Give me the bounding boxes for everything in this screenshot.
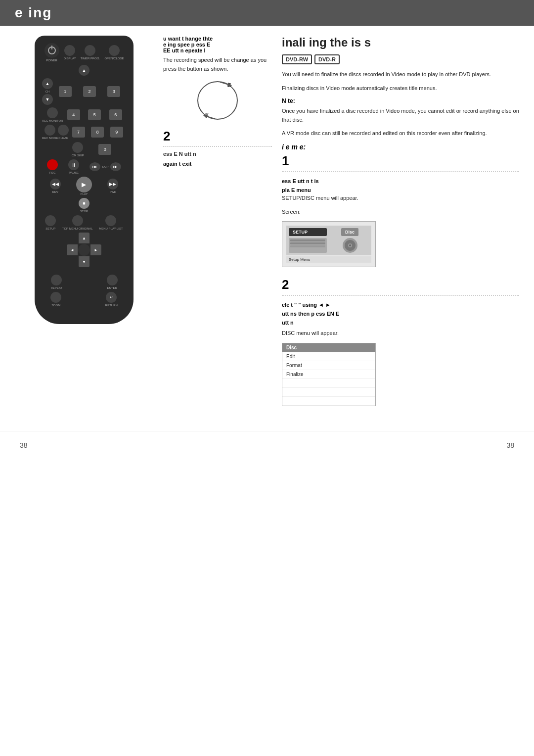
dpad-up[interactable]: ▲ bbox=[79, 233, 89, 243]
dpad-right[interactable]: ► bbox=[90, 244, 101, 255]
num-0-button[interactable]: 0 bbox=[98, 144, 111, 155]
disc-menu-blank1 bbox=[282, 379, 375, 388]
zoom-item: ZOOM bbox=[50, 292, 61, 307]
return-label: RETURN bbox=[105, 304, 118, 307]
stop-label: STOP bbox=[80, 210, 88, 213]
return-button[interactable]: ↩ bbox=[106, 292, 117, 303]
page-left: 38 bbox=[20, 441, 28, 449]
return-item: ↩ RETURN bbox=[105, 292, 118, 307]
repeat-button[interactable] bbox=[51, 275, 62, 285]
rec-row: REC ⏸ PAUSE ⏮ SKIP ⏭ bbox=[42, 159, 126, 174]
cm-skip-button[interactable] bbox=[72, 142, 83, 153]
step1-title: u want t hange thte bbox=[163, 36, 272, 42]
enter-button[interactable] bbox=[107, 275, 118, 285]
dvd-badges: DVD-RW DVD-R bbox=[282, 54, 519, 64]
svg-point-7 bbox=[349, 244, 351, 246]
disc-icon bbox=[343, 238, 357, 253]
step1-body: The recording speed will be change as yo… bbox=[163, 56, 272, 73]
note-body2: A VR mode disc can still be recorded and… bbox=[282, 129, 519, 138]
zoom-button[interactable] bbox=[50, 292, 61, 303]
cm-skip-row: CM SKIP 0 bbox=[42, 142, 126, 157]
pause-button[interactable]: ⏸ bbox=[68, 159, 79, 170]
num-7-button[interactable]: 7 bbox=[72, 127, 85, 138]
dpad-center[interactable] bbox=[78, 244, 90, 256]
middle-column: u want t hange thte e ing spee p ess E E… bbox=[163, 36, 272, 416]
fwd-button[interactable]: ▶▶ bbox=[107, 179, 118, 189]
num-4-button[interactable]: 4 bbox=[67, 109, 80, 120]
stop-row: ■ STOP bbox=[42, 198, 126, 213]
power-button[interactable] bbox=[44, 43, 59, 58]
power-label: POWER bbox=[46, 59, 57, 62]
note-label: N te: bbox=[282, 97, 519, 104]
num-row-3: REC MODE CLEAR 7 8 9 bbox=[42, 125, 126, 140]
ch-down-button[interactable]: ▼ bbox=[42, 94, 53, 105]
num-row-2: REC MONITOR 4 5 6 bbox=[42, 107, 126, 122]
up-arrow-row: ▲ bbox=[42, 65, 126, 76]
rec-item: REC bbox=[47, 159, 58, 174]
play-button[interactable]: ▶ bbox=[76, 177, 92, 192]
step2-title: ess E N utt n bbox=[163, 151, 196, 157]
menu-button[interactable] bbox=[105, 215, 116, 226]
rev-item: ◀◀ REV bbox=[50, 179, 61, 193]
ch-up-button[interactable]: ▲ bbox=[42, 78, 53, 89]
right-step1: 1 ess E utt n t is pla E menu SETUP/DISC… bbox=[282, 153, 519, 267]
menu-item: MENU PLAY LIST bbox=[99, 215, 123, 230]
menu-label: MENU PLAY LIST bbox=[99, 227, 123, 230]
num-3-button[interactable]: 3 bbox=[107, 86, 120, 97]
rev-button[interactable]: ◀◀ bbox=[50, 179, 61, 189]
timer-button[interactable] bbox=[85, 45, 95, 56]
rec-mode-button[interactable] bbox=[44, 125, 55, 136]
num-6-button[interactable]: 6 bbox=[109, 109, 122, 120]
step2-instruction: ess E N utt n bbox=[163, 151, 272, 157]
display-button[interactable] bbox=[64, 45, 75, 56]
disc-menu-format: Format bbox=[282, 361, 375, 370]
disc-menu-edit: Edit bbox=[282, 352, 375, 361]
top-menu-label: TOP MENU ORIGINAL bbox=[62, 227, 93, 230]
dpad-down[interactable]: ▼ bbox=[79, 256, 89, 267]
cm-skip-label: CM SKIP bbox=[72, 154, 84, 157]
setup-button[interactable] bbox=[45, 215, 56, 226]
setup-menu-mockup: SETUP Disc bbox=[282, 221, 376, 267]
dpad-left[interactable]: ◄ bbox=[67, 244, 78, 255]
open-close-button[interactable] bbox=[109, 45, 120, 56]
rec-button[interactable] bbox=[47, 159, 58, 170]
num-8-button[interactable]: 8 bbox=[91, 127, 104, 138]
right-column: inali ing the is s DVD-RW DVD-R You will… bbox=[282, 36, 519, 416]
speed-circle-svg: E E bbox=[193, 78, 242, 123]
step2-number: 2 bbox=[163, 129, 272, 147]
stop-button[interactable]: ■ bbox=[79, 198, 89, 209]
dvd-r-badge: DVD-R bbox=[314, 54, 340, 64]
right-body1: You will need to finalize the discs reco… bbox=[282, 70, 519, 79]
clear-item: CLEAR bbox=[58, 125, 69, 140]
setup-row: SETUP TOP MENU ORIGINAL MENU PLAY LIST bbox=[42, 215, 126, 230]
right-body2: Finalizing discs in Video mode automatic… bbox=[282, 84, 519, 93]
right-step1-num: 1 bbox=[282, 153, 519, 172]
power-button-item: POWER bbox=[44, 43, 59, 62]
skip-label: SKIP bbox=[102, 165, 109, 168]
rec-monitor-button[interactable] bbox=[47, 107, 58, 118]
right-step1-body: SETUP/DISC menu will appear. bbox=[282, 194, 519, 203]
page-right: 38 bbox=[506, 441, 514, 449]
num-9-button[interactable]: 9 bbox=[110, 127, 123, 138]
up-button[interactable]: ▲ bbox=[79, 65, 89, 76]
fwd-label: FWD bbox=[109, 190, 116, 193]
num-1-button[interactable]: 1 bbox=[59, 86, 72, 97]
disc-menu-header: Disc bbox=[282, 343, 375, 352]
top-menu-button[interactable] bbox=[72, 215, 83, 226]
num-5-button[interactable]: 5 bbox=[88, 109, 101, 120]
zoom-row: ZOOM ↩ RETURN bbox=[42, 292, 126, 307]
step2-section: 2 ess E N utt n again t exit bbox=[163, 129, 272, 167]
display-button-item: DISPLAY bbox=[64, 45, 76, 60]
num-2-button[interactable]: 2 bbox=[83, 86, 96, 97]
skip-back-button[interactable]: ⏮ bbox=[89, 162, 100, 171]
rec-monitor-label: REC MONITOR bbox=[42, 119, 63, 122]
top-menu-item: TOP MENU ORIGINAL bbox=[62, 215, 93, 230]
right-header: inali ing the is s bbox=[282, 36, 519, 49]
skip-fwd-button[interactable]: ⏭ bbox=[110, 162, 121, 171]
play-row: ◀◀ REV ▶ PLAY ▶▶ FWD bbox=[42, 177, 126, 195]
clear-button[interactable] bbox=[58, 125, 69, 136]
timer-label: TIMER PROG. bbox=[81, 57, 100, 60]
page-numbers: 38 38 bbox=[0, 431, 534, 454]
zoom-label: ZOOM bbox=[51, 304, 60, 307]
disc-menu-blank2 bbox=[282, 388, 375, 397]
